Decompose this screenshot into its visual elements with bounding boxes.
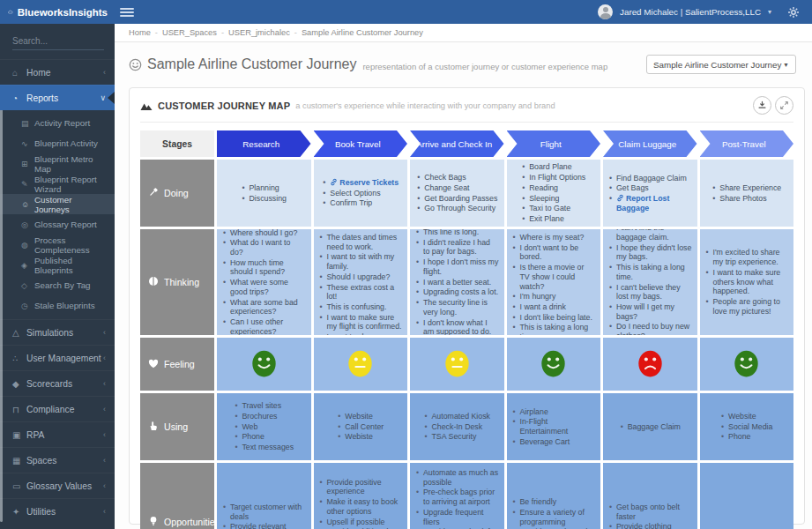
stale-blueprints-icon: ◷ <box>21 302 34 310</box>
sidebar-item-compliance[interactable]: ⊓Compliance‹ <box>0 396 115 421</box>
sidebar-item-blueprint-activity[interactable]: ∿Blueprint Activity <box>0 133 115 153</box>
cell-link-report-lost-baggage[interactable]: Report Lost Baggage <box>608 194 692 212</box>
sidebar-item-label: Spaces <box>26 456 103 466</box>
sidebar-item-scorecards[interactable]: ◆Scorecards‹ <box>0 370 115 396</box>
cell-item: I hope they didn't lose my bags. <box>608 243 692 262</box>
cell-using-research: Travel sitesBrochuresWebPhoneText messag… <box>217 393 311 460</box>
sad-face-icon <box>637 349 664 379</box>
cell-using-claim-luggage: Baggage Claim <box>603 393 697 460</box>
cell-list: Provide positive experienceMake it easy … <box>319 477 403 529</box>
row-label-text: Feeling <box>164 359 195 369</box>
sidebar-item-rpa[interactable]: ▣RPA‹ <box>0 421 115 447</box>
heart-icon <box>148 359 159 370</box>
cell-item: This is confusing. <box>319 302 403 312</box>
content: Home-USER_Spaces-USER_jmichalec-Sample A… <box>115 24 812 529</box>
cell-list: I'm a little nervous.Where is my seat?I … <box>512 229 596 335</box>
cell-list: PlanningDiscussing <box>241 183 287 204</box>
settings-gear-icon[interactable] <box>787 6 800 19</box>
cell-item: I want to get the best deal. <box>319 229 403 232</box>
cell-item: The security line is very long. <box>415 298 499 317</box>
sidebar-item-published-blueprints[interactable]: ◈Published Blueprints <box>0 255 115 275</box>
cell-using-book-travel: WebsiteCall CenterWebiste <box>314 393 408 460</box>
sidebar-item-user-management[interactable]: ∴User Management‹ <box>0 345 115 370</box>
cell-list: Automate as much as possiblePre-check ba… <box>415 467 499 529</box>
sidebar-item-blueprint-report-wizard[interactable]: ✎Blueprint Report Wizard <box>0 174 115 194</box>
home-icon: ⌂ <box>12 68 26 78</box>
cell-list: Target customer with dealsProvide releva… <box>222 502 306 529</box>
cell-item: Is there a movie or TV show I could watc… <box>512 263 596 291</box>
thinking-icon <box>148 276 159 288</box>
sidebar-item-simulations[interactable]: △Simulations‹ <box>0 319 115 345</box>
row-label-text: Thinking <box>164 277 199 287</box>
reports-pie-icon: ◔ <box>12 93 26 103</box>
user-menu[interactable]: Jared Michalec | SalientProcess,LLC <box>620 7 761 17</box>
sidebar-item-utilities[interactable]: ✦Utilities‹ <box>0 498 115 524</box>
cell-item: Planning <box>241 183 287 193</box>
sidebar-item-reports[interactable]: ◔Reports∨ <box>0 85 115 110</box>
download-button[interactable] <box>753 96 771 115</box>
sidebar-item-home[interactable]: ⌂Home‹ <box>0 59 115 85</box>
sidebar-item-glossary-report[interactable]: ◎Glossary Report <box>0 214 115 235</box>
menu-toggle-icon[interactable] <box>120 8 134 17</box>
cell-list: I want to get the best deal.The dates an… <box>319 229 403 335</box>
breadcrumb-item-home[interactable]: Home <box>129 28 151 37</box>
cell-item: Upgrade frequent fliers <box>415 508 499 526</box>
cell-item: The dates and times need to work. <box>319 233 403 251</box>
cell-item: I don't want to be bored. <box>512 243 596 262</box>
search-input[interactable] <box>12 36 129 46</box>
cell-link-reserve-tickets[interactable]: Reserve Tickets <box>322 178 399 188</box>
sidebar-item-process-completeness[interactable]: ◍Process Completeness <box>0 235 115 255</box>
sidebar-item-glossary-values[interactable]: ▭Glossary Values‹ <box>0 473 115 498</box>
stage-header-book-travel: Book Travel <box>314 130 408 157</box>
cell-item: Sleeping <box>521 194 585 204</box>
cell-item: This is taking a long time. <box>512 323 596 335</box>
report-wizard-icon: ✎ <box>21 180 34 189</box>
row-label-opportunities: Opportunities <box>140 463 214 529</box>
cell-item: Share Photos <box>711 194 781 204</box>
sidebar-item-stale-blueprints[interactable]: ◷Stale Blueprints <box>0 295 115 316</box>
sidebar-subitem-label: Stale Blueprints <box>34 301 95 310</box>
journey-selector[interactable]: Sample Airline Customer Journey ▼ <box>646 55 796 74</box>
cell-item: What were some good trips? <box>222 278 306 296</box>
journey-selector-value: Sample Airline Customer Journey <box>653 60 781 70</box>
sidebar-item-customer-journeys[interactable]: ☺Customer Journeys <box>0 194 115 214</box>
cell-doing-research: PlanningDiscussing <box>217 160 311 227</box>
cell-item: Select Options <box>322 189 399 198</box>
sidebar-item-activity-report[interactable]: ▤Activity Report <box>0 113 115 133</box>
neutral-face-icon <box>443 349 471 379</box>
sidebar-item-blueprint-metro-map[interactable]: ⊞Blueprint Metro Map <box>0 153 115 174</box>
cell-item: Discussing <box>241 194 287 204</box>
cell-item: Get Boarding Passes <box>416 194 497 204</box>
cell-list: Share ExperienceShare Photos <box>711 183 781 204</box>
sidebar: ⌂Home‹◔Reports∨▤Activity Report∿Blueprin… <box>0 24 115 529</box>
glossary-values-icon: ▭ <box>12 481 26 491</box>
avatar[interactable] <box>598 4 613 19</box>
cell-item: Change Seat <box>416 183 497 193</box>
cell-item: People are going to love my pictures! <box>705 297 789 316</box>
cell-item: I don't know what I am supposed to do. <box>415 318 499 335</box>
cell-item: Beverage Cart <box>512 437 596 447</box>
happy-face-icon <box>540 349 567 379</box>
cell-doing-flight: Board PlaneIn Flight OptionsReadingSleep… <box>507 160 601 227</box>
cell-feeling-flight <box>507 338 601 391</box>
breadcrumb-item-user-spaces[interactable]: USER_Spaces <box>162 28 217 37</box>
happy-face-icon <box>250 349 278 379</box>
cell-list: Baggage Claim <box>620 421 681 433</box>
cloud-logo-icon <box>8 6 13 18</box>
cell-item: Phone <box>720 432 772 442</box>
expand-button[interactable] <box>775 96 793 115</box>
chevron-left-icon: ‹ <box>103 68 106 77</box>
breadcrumb-item-user-jmichalec[interactable]: USER_jmichalec <box>228 28 290 37</box>
cell-item: Pre-check bags prior to arriving at airp… <box>415 488 499 506</box>
sidebar-item-search-by-tag[interactable]: ◇Search By Tag <box>0 275 115 295</box>
row-label-text: Opportunities <box>164 517 220 527</box>
row-label-doing: Doing <box>140 160 214 227</box>
cell-feeling-claim-luggage <box>603 338 697 391</box>
customer-journeys-icon: ☺ <box>21 200 34 209</box>
cell-item: Confirm Trip <box>322 198 399 208</box>
sidebar-item-spaces[interactable]: ▦Spaces‹ <box>0 447 115 473</box>
cell-item: What are some bad experiences? <box>222 298 306 317</box>
scorecards-icon: ◆ <box>12 379 26 389</box>
cell-item: I'm a little nervous. <box>512 229 596 232</box>
sidebar-item-label: Simulations <box>26 328 103 338</box>
